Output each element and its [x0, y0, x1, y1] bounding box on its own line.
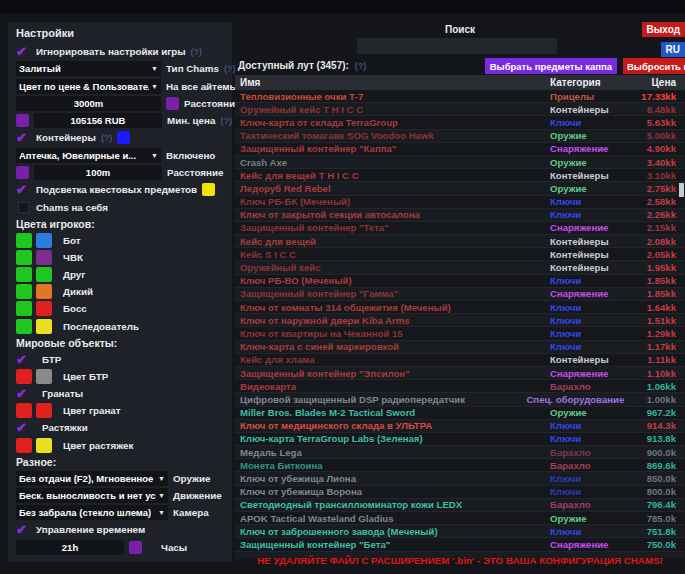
player-color-swatch-secondary[interactable] — [36, 233, 52, 248]
distance-color-swatch[interactable] — [166, 97, 179, 110]
containers-distance-color-swatch[interactable] — [16, 166, 29, 179]
min-price-input[interactable]: 105156 RUB — [34, 113, 162, 128]
containers-distance-input[interactable]: 100m — [34, 165, 162, 180]
exit-button[interactable]: Выход — [642, 22, 685, 37]
table-row[interactable]: Кейс для вещейКонтейнеры2.08kk — [235, 235, 685, 248]
table-row[interactable]: Ключ от закрытой секции автосалонаКлючи2… — [235, 209, 685, 222]
item-color-mode-select[interactable]: Цвет по цене & Пользователь ▼ — [16, 79, 161, 94]
item-price: 5.63kk — [620, 117, 685, 128]
hours-input[interactable]: 21h — [16, 540, 124, 555]
column-category[interactable]: Категория — [550, 77, 620, 88]
table-row[interactable]: Защищенный контейнер "Бета"Снаряжение750… — [235, 538, 685, 551]
item-name: Ключ от убежища Лиона — [235, 473, 550, 484]
item-price: 1.95kk — [620, 262, 685, 273]
player-color-swatch-primary[interactable] — [16, 267, 32, 282]
table-row[interactable]: Ключ от убежища ЛионаКлючи850.0k — [235, 472, 685, 485]
item-name: Ключ от квартиры на Чеканной 15 — [235, 328, 550, 339]
checkbox-checked-icon[interactable] — [16, 44, 31, 59]
player-color-swatch-primary[interactable] — [16, 233, 32, 248]
table-row[interactable]: Ключ-карта с синей маркировкойКлючи1.17k… — [235, 341, 685, 354]
table-row[interactable]: Ключ РБ-ВО (Меченый)Ключи1.85kk — [235, 275, 685, 288]
table-row[interactable]: Светодиодный трансиллюминатор кожи LEDXБ… — [235, 499, 685, 512]
world-color-swatch-primary[interactable] — [16, 403, 32, 418]
player-color-swatch-secondary[interactable] — [36, 301, 52, 316]
table-row[interactable]: Оружейный кейсКонтейнеры1.95kk — [235, 261, 685, 274]
search-input[interactable] — [357, 38, 557, 54]
help-hint[interactable]: (?) — [191, 47, 203, 57]
world-color-swatch-secondary[interactable] — [36, 369, 52, 384]
world-color-swatch-secondary[interactable] — [36, 403, 52, 418]
table-row[interactable]: Ключ от квартиры на Чеканной 15Ключи1.29… — [235, 327, 685, 340]
table-row[interactable]: Ключ от комнаты 314 общежития (Меченый)К… — [235, 301, 685, 314]
player-color-swatch-secondary[interactable] — [36, 284, 52, 299]
checkbox-checked-icon[interactable] — [16, 386, 31, 401]
checkbox-checked-icon[interactable] — [16, 522, 31, 537]
hours-color-swatch[interactable] — [129, 541, 142, 554]
table-row[interactable]: Защищенный контейнер "Тета"Снаряжение2.1… — [235, 222, 685, 235]
table-row[interactable]: Защищенный контейнер "Каппа"Снаряжение4.… — [235, 143, 685, 156]
checkbox-checked-icon[interactable] — [16, 420, 31, 435]
table-row[interactable]: Тепловизионные очки Т-7Прицелы17.33kk — [235, 90, 685, 103]
quest-highlight-color-swatch[interactable] — [202, 183, 215, 196]
item-price: 913.8k — [620, 433, 685, 444]
table-row[interactable]: Медаль LegaБарахло900.0k — [235, 446, 685, 459]
table-row[interactable]: Ключ-карта TerraGroup Labs (Зеленая)Ключ… — [235, 433, 685, 446]
checkbox-checked-icon[interactable] — [16, 352, 31, 367]
item-category: Ключи — [550, 117, 620, 128]
column-name[interactable]: Имя — [235, 77, 550, 88]
table-row[interactable]: Ключ от убежища ВоронаКлючи800.0k — [235, 486, 685, 499]
help-hint[interactable]: (?) — [220, 116, 232, 126]
player-color-swatch-primary[interactable] — [16, 301, 32, 316]
table-row[interactable]: Тактический томагавк SOG Voodoo HawkОруж… — [235, 130, 685, 143]
help-hint[interactable]: (?) — [101, 133, 113, 143]
table-row[interactable]: Ключ-карта от склада TerraGroupКлючи5.63… — [235, 116, 685, 129]
scrollbar-thumb[interactable] — [679, 183, 684, 197]
table-row[interactable]: Кейс S I C CКонтейнеры2.05kk — [235, 248, 685, 261]
table-row[interactable]: Miller Bros. Blades M-2 Tactical SwordОр… — [235, 407, 685, 420]
player-color-swatch-primary[interactable] — [16, 319, 32, 334]
table-row[interactable]: Защищенный контейнер "Эпсилон"Снаряжение… — [235, 367, 685, 380]
table-row[interactable]: Монета БиткоинаБарахло869.6k — [235, 459, 685, 472]
language-button[interactable]: RU — [661, 42, 685, 57]
table-row[interactable]: Ледоруб Red RebelОружие2.75kk — [235, 182, 685, 195]
select-kappa-items-button[interactable]: Выбрать предметы каппа — [485, 58, 617, 74]
distance-input[interactable]: 3000m — [16, 96, 161, 111]
player-color-swatch-secondary[interactable] — [36, 319, 52, 334]
table-row[interactable]: Ключ РБ-БК (Меченый)Ключи2.58kk — [235, 196, 685, 209]
checkbox-checked-icon[interactable] — [16, 182, 31, 197]
checkbox-unchecked[interactable] — [18, 202, 29, 213]
table-row[interactable]: Защищенный контейнер "Гамма"Снаряжение1.… — [235, 288, 685, 301]
table-row[interactable]: Кейс для хламаКонтейнеры1.11kk — [235, 354, 685, 367]
player-color-swatch-primary[interactable] — [16, 284, 32, 299]
table-row[interactable]: Ключ от наружной двери Kiba ArmsКлючи1.5… — [235, 314, 685, 327]
min-price-color-swatch[interactable] — [16, 114, 29, 127]
containers-filter-select[interactable]: Аптечка, Ювелирные и... ▼ — [16, 148, 161, 163]
help-hint[interactable]: (?) — [355, 61, 367, 71]
item-name: Кейс для хлама — [235, 354, 550, 365]
player-color-swatch-secondary[interactable] — [36, 267, 52, 282]
table-row[interactable]: Ключ от медицинского склада в УЛЬТРАКлюч… — [235, 420, 685, 433]
ignore-game-settings-row: Игнорировать настройки игры (?) — [16, 44, 224, 59]
table-row[interactable]: Кейс для вещей T H I C CКонтейнеры3.10kk — [235, 169, 685, 182]
misc-select[interactable]: Без отдачи (F2), Мгновенное п▼ — [16, 471, 168, 486]
table-row[interactable]: Ключ от заброшенного завода (Меченый)Клю… — [235, 525, 685, 538]
containers-color-swatch[interactable] — [117, 131, 130, 144]
checkbox-checked-icon[interactable] — [16, 130, 31, 145]
table-row[interactable]: Цифровой защищенный DSP радиопередатчикС… — [235, 393, 685, 406]
misc-select[interactable]: Без забрала (стекло шлема)▼ — [16, 505, 168, 520]
misc-select[interactable]: Беск. выносливость и нет уста▼ — [16, 488, 168, 503]
world-color-swatch-secondary[interactable] — [36, 438, 52, 453]
chams-type-select[interactable]: Залитый ▼ — [16, 61, 161, 76]
item-price: 869.6k — [620, 460, 685, 471]
table-row[interactable]: ВидеокартаБарахло1.06kk — [235, 380, 685, 393]
column-price[interactable]: Цена — [620, 77, 685, 88]
world-color-swatch-primary[interactable] — [16, 369, 32, 384]
table-row[interactable]: APOK Tactical Wasteland GladiusОружие785… — [235, 512, 685, 525]
help-hint[interactable]: (?) — [224, 64, 236, 74]
drop-all-button[interactable]: Выбросить все — [623, 58, 685, 74]
player-color-swatch-secondary[interactable] — [36, 250, 52, 265]
player-color-swatch-primary[interactable] — [16, 250, 32, 265]
table-row[interactable]: Оружейный кейс T H I C CКонтейнеры8.48kk — [235, 103, 685, 116]
world-color-swatch-primary[interactable] — [16, 438, 32, 453]
table-row[interactable]: Crash AxeОружие3.40kk — [235, 156, 685, 169]
